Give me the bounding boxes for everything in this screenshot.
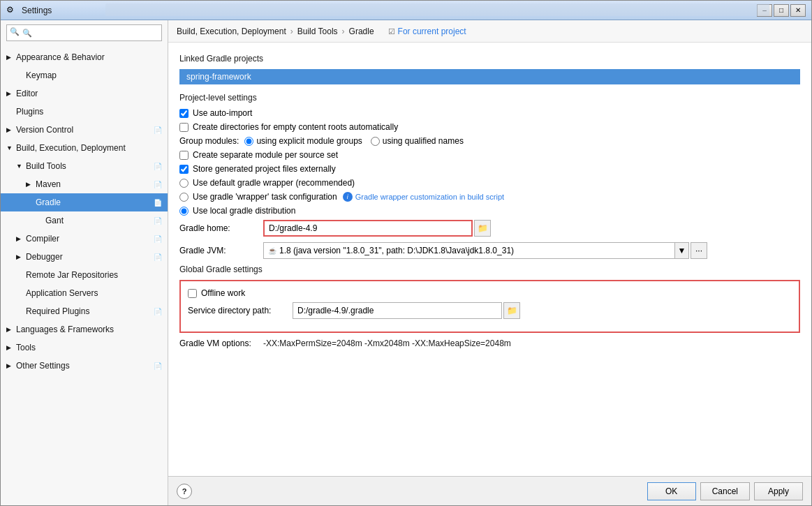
title-bar-blur — [105, 3, 769, 16]
sidebar-item-maven[interactable]: ▶ Maven 📄 — [1, 175, 168, 193]
gradle-jvm-label: Gradle JVM: — [179, 246, 263, 255]
sidebar-item-app-servers[interactable]: Application Servers — [1, 284, 168, 302]
jvm-dropdown-button[interactable]: ▼ — [675, 242, 689, 259]
ext-icon: 📄 — [154, 126, 162, 134]
create-dirs-row: Create directories for empty content roo… — [179, 122, 800, 132]
breadcrumb-part3: Gradle — [349, 27, 374, 36]
footer-right: OK Cancel Apply — [647, 482, 803, 500]
store-generated-row: Store generated project files externally — [179, 164, 800, 174]
settings-content: Linked Gradle projects spring-framework … — [168, 43, 811, 476]
close-button[interactable]: ✕ — [790, 4, 806, 17]
sidebar-item-plugins[interactable]: Plugins — [1, 103, 168, 121]
help-button[interactable]: ? — [177, 484, 192, 499]
store-generated-checkbox[interactable] — [179, 165, 189, 174]
arrow-icon: ▼ — [6, 144, 16, 151]
sidebar-item-required-plugins[interactable]: Required Plugins 📄 — [1, 302, 168, 320]
radio-explicit-label: using explicit module groups — [256, 136, 362, 146]
title-bar: ⚙ Settings – □ ✕ — [1, 1, 811, 20]
sidebar-item-build-execution[interactable]: ▼ Build, Execution, Deployment — [1, 139, 168, 157]
sidebar-item-keymap[interactable]: Keymap — [1, 66, 168, 84]
service-dir-label: Service directory path: — [188, 306, 293, 315]
ok-button[interactable]: OK — [647, 482, 696, 500]
sidebar-item-gradle[interactable]: Gradle 📄 — [1, 193, 168, 211]
use-auto-import-label: Use auto-import — [193, 108, 252, 118]
settings-window: ⚙ Settings – □ ✕ 🔍 ▶ Appearance & Behavi… — [0, 0, 812, 506]
jvm-more-button[interactable]: ··· — [691, 242, 707, 259]
folder-icon: 📁 — [478, 223, 488, 233]
breadcrumb-project[interactable]: For current project — [388, 27, 466, 36]
wrapper-info-text: Gradle wrapper customization in build sc… — [355, 193, 504, 201]
radio-wrapper-task[interactable] — [179, 193, 189, 202]
spring-framework-item[interactable]: spring-framework — [179, 69, 800, 84]
gradle-vm-value: -XX:MaxPermSize=2048m -Xmx2048m -XX:MaxH… — [263, 338, 511, 348]
service-dir-input[interactable] — [293, 302, 502, 319]
radio-qualified-label: using qualified names — [383, 136, 464, 146]
arrow-icon: ▶ — [6, 362, 16, 369]
sidebar-item-gant[interactable]: Gant 📄 — [1, 211, 168, 230]
gradle-vm-label: Gradle VM options: — [179, 338, 263, 348]
search-input[interactable] — [6, 24, 162, 41]
arrow-icon: ▼ — [16, 163, 26, 170]
cancel-button[interactable]: Cancel — [700, 482, 750, 500]
sidebar-item-editor[interactable]: ▶ Editor — [1, 84, 168, 103]
breadcrumb-sep1: › — [290, 27, 293, 36]
project-level-label: Project-level settings — [179, 93, 800, 103]
sidebar-item-other-settings[interactable]: ▶ Other Settings 📄 — [1, 357, 168, 375]
gradle-jvm-select[interactable]: ☕ 1.8 (java version "1.8.0_31", path: D:… — [263, 242, 675, 259]
breadcrumb-part2: Build Tools — [297, 27, 338, 36]
offline-work-checkbox[interactable] — [188, 289, 197, 298]
service-dir-row: Service directory path: 📁 — [188, 302, 792, 319]
jvm-icon: ☕ — [268, 247, 276, 255]
use-auto-import-checkbox[interactable] — [179, 109, 189, 118]
apply-button[interactable]: Apply — [754, 482, 803, 500]
sidebar-item-remote-jar[interactable]: Remote Jar Repositories — [1, 266, 168, 284]
create-dirs-checkbox[interactable] — [179, 123, 189, 132]
gradle-jvm-value: 1.8 (java version "1.8.0_31", path: D:\J… — [279, 246, 514, 255]
main-panel: Build, Execution, Deployment › Build Too… — [168, 20, 811, 505]
sidebar-item-appearance-behavior[interactable]: ▶ Appearance & Behavior — [1, 48, 168, 66]
gradle-home-row: Gradle home: 📁 — [179, 220, 800, 237]
breadcrumb: Build, Execution, Deployment › Build Too… — [168, 20, 811, 43]
use-wrapper-task-label: Use gradle 'wrapper' task configuration — [193, 192, 337, 202]
arrow-icon: ▶ — [16, 235, 26, 242]
ext-icon: 📄 — [154, 253, 162, 261]
create-dirs-label: Create directories for empty content roo… — [193, 122, 398, 132]
folder-icon: 📁 — [507, 306, 517, 315]
footer-left: ? — [177, 484, 192, 499]
gradle-home-label: Gradle home: — [179, 223, 263, 233]
sidebar-item-build-tools[interactable]: ▼ Build Tools 📄 — [1, 157, 168, 175]
sidebar-item-version-control[interactable]: ▶ Version Control 📄 — [1, 121, 168, 139]
create-separate-checkbox[interactable] — [179, 151, 189, 160]
ext-icon: 📄 — [154, 235, 162, 243]
maximize-button[interactable]: □ — [774, 4, 789, 17]
arrow-icon: ▶ — [26, 181, 36, 188]
radio-qualified[interactable] — [371, 137, 380, 146]
global-gradle-label: Global Gradle settings — [179, 265, 800, 274]
footer: ? OK Cancel Apply — [168, 476, 811, 505]
sidebar-item-compiler[interactable]: ▶ Compiler 📄 — [1, 230, 168, 248]
arrow-icon: ▶ — [6, 326, 16, 333]
create-separate-label: Create separate module per source set — [193, 150, 338, 160]
search-box: 🔍 — [6, 24, 162, 41]
ext-icon: 📄 — [154, 217, 162, 225]
gradle-home-browse[interactable]: 📁 — [474, 220, 491, 237]
ext-icon: 📄 — [154, 199, 162, 207]
radio-local-dist[interactable] — [179, 207, 189, 216]
offline-work-row: Offline work — [188, 288, 792, 298]
app-icon: ⚙ — [6, 5, 17, 16]
radio-default-wrapper[interactable] — [179, 179, 189, 188]
sidebar-item-debugger[interactable]: ▶ Debugger 📄 — [1, 248, 168, 266]
wrapper-info-link[interactable]: i Gradle wrapper customization in build … — [343, 192, 504, 202]
service-dir-browse[interactable]: 📁 — [503, 302, 520, 319]
sidebar-item-tools[interactable]: ▶ Tools — [1, 338, 168, 357]
radio-explicit[interactable] — [244, 137, 253, 146]
arrow-icon: ▶ — [6, 126, 16, 133]
gradle-home-input[interactable] — [263, 220, 473, 237]
store-generated-label: Store generated project files externally — [193, 164, 336, 174]
more-icon: ··· — [695, 246, 702, 255]
gradle-vm-options-row: Gradle VM options: -XX:MaxPermSize=2048m… — [179, 338, 800, 348]
arrow-icon: ▶ — [6, 90, 16, 97]
sidebar-item-languages[interactable]: ▶ Languages & Frameworks — [1, 320, 168, 338]
breadcrumb-part1: Build, Execution, Deployment — [177, 27, 286, 36]
offline-work-label: Offline work — [201, 288, 245, 298]
